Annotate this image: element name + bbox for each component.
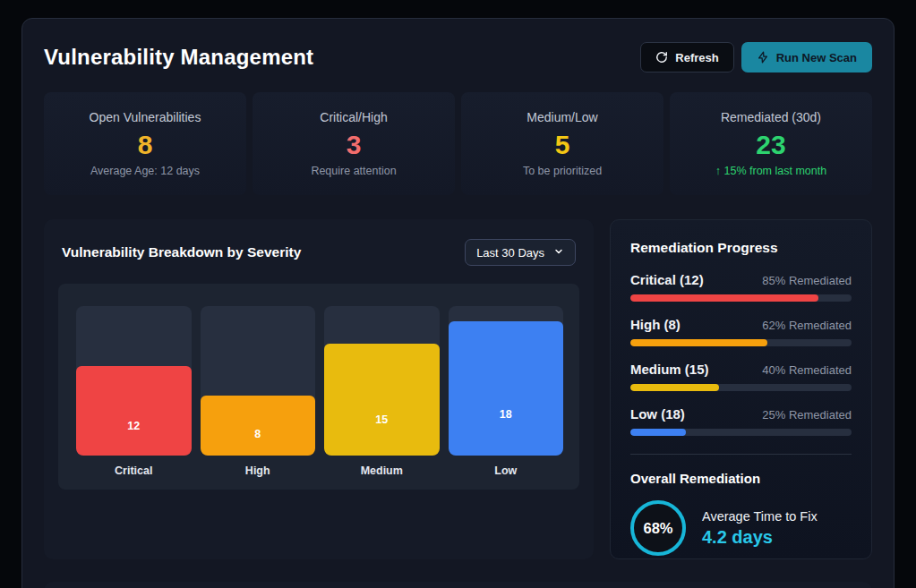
bar-fill-low: 18 (449, 321, 564, 456)
progress-status: 62% Remediated (762, 319, 852, 332)
stat-label: Remediated (30d) (721, 110, 821, 124)
page-title: Vulnerability Management (44, 45, 313, 70)
stat-value: 3 (347, 130, 362, 159)
stat-subtext: Require attention (311, 165, 396, 177)
progress-track (630, 294, 852, 302)
progress-track (630, 384, 852, 391)
progress-label: Critical (12) (630, 272, 704, 287)
progress-item-medium: Medium (15) 40% Remediated (630, 362, 852, 391)
stat-label: Open Vulnerabilities (90, 110, 201, 124)
progress-fill-high (630, 339, 767, 346)
bar-fill-critical: 12 (76, 366, 192, 456)
time-range-value: Last 30 Days (476, 246, 544, 260)
progress-status: 40% Remediated (762, 363, 852, 377)
stat-label: Medium/Low (526, 110, 597, 124)
stat-subtext: Average Age: 12 days (90, 165, 200, 177)
bar-track: 12 (76, 306, 192, 456)
progress-fill-medium (630, 384, 719, 391)
next-section-card-partial (44, 582, 872, 588)
run-new-scan-label: Run New Scan (776, 51, 857, 64)
progress-track (630, 339, 852, 346)
bar-value: 18 (449, 408, 564, 421)
overall-remediation-row: 68% Average Time to Fix 4.2 days (630, 500, 852, 556)
stat-label: Critical/High (320, 110, 387, 124)
header-actions: Refresh Run New Scan (640, 42, 872, 72)
progress-head: Critical (12) 85% Remediated (630, 272, 852, 287)
bar-high: 8 High (201, 306, 316, 479)
chevron-down-icon (553, 246, 564, 260)
progress-label: High (8) (630, 317, 681, 332)
progress-head: Medium (15) 40% Remediated (630, 362, 852, 377)
bar-track: 18 (449, 306, 564, 456)
progress-head: Low (18) 25% Remediated (630, 406, 852, 422)
overall-remediation-title: Overall Remediation (630, 471, 852, 486)
bar-category-label: Low (449, 456, 564, 479)
remediation-title: Remediation Progress (630, 240, 852, 256)
stats-row: Open Vulnerabilities 8 Average Age: 12 d… (44, 92, 872, 195)
stat-subtext: ↑ 15% from last month (715, 165, 826, 177)
remediation-progress-card: Remediation Progress Critical (12) 85% R… (610, 219, 872, 559)
progress-status: 25% Remediated (762, 408, 852, 422)
avg-time-label: Average Time to Fix (702, 509, 818, 524)
overall-percent-ring: 68% (630, 500, 686, 556)
severity-breakdown-card: Vulnerability Breakdown by Severity Last… (44, 219, 594, 559)
bar-value: 12 (76, 420, 192, 432)
bar-value: 8 (201, 428, 316, 440)
stat-card-critical-high: Critical/High 3 Require attention (253, 92, 455, 195)
bar-category-label: High (201, 456, 316, 479)
bar-category-label: Critical (76, 456, 192, 479)
progress-fill-low (630, 429, 686, 436)
stat-card-remediated: Remediated (30d) 23 ↑ 15% from last mont… (670, 92, 872, 195)
progress-item-critical: Critical (12) 85% Remediated (630, 272, 852, 302)
chart-title: Vulnerability Breakdown by Severity (62, 244, 301, 260)
progress-label: Medium (15) (630, 362, 709, 377)
bar-critical: 12 Critical (76, 306, 192, 479)
chart-card-header: Vulnerability Breakdown by Severity Last… (58, 239, 579, 266)
progress-label: Low (18) (630, 406, 685, 422)
bar-low: 18 Low (449, 306, 564, 479)
progress-status: 85% Remediated (762, 274, 852, 287)
stat-value: 23 (756, 130, 785, 159)
vulnerability-management-panel: Vulnerability Management Refresh Run New… (21, 18, 895, 588)
bars-row: 12 Critical 8 High (76, 306, 563, 479)
stat-card-medium-low: Medium/Low 5 To be prioritized (461, 92, 663, 195)
bar-fill-high: 8 (201, 396, 316, 456)
bar-chart: 12 Critical 8 High (58, 284, 579, 490)
progress-head: High (8) 62% Remediated (630, 317, 852, 332)
progress-item-high: High (8) 62% Remediated (630, 317, 852, 346)
panel-header: Vulnerability Management Refresh Run New… (44, 42, 872, 72)
bar-track: 15 (324, 306, 440, 456)
bar-fill-medium: 15 (324, 344, 440, 456)
progress-track (630, 429, 852, 436)
refresh-button-label: Refresh (675, 51, 718, 64)
refresh-icon (655, 51, 668, 64)
overall-info: Average Time to Fix 4.2 days (702, 509, 818, 548)
progress-item-low: Low (18) 25% Remediated (630, 406, 852, 436)
stat-card-open-vulnerabilities: Open Vulnerabilities 8 Average Age: 12 d… (44, 92, 246, 195)
content-row: Vulnerability Breakdown by Severity Last… (44, 219, 872, 559)
stat-subtext: To be prioritized (523, 165, 602, 177)
stat-value: 8 (138, 130, 153, 159)
stat-value: 5 (555, 130, 570, 159)
bar-medium: 15 Medium (324, 306, 440, 479)
bar-category-label: Medium (324, 456, 440, 479)
avg-time-value: 4.2 days (702, 527, 818, 548)
bar-track: 8 (201, 306, 316, 456)
progress-fill-critical (630, 294, 818, 302)
lightning-bolt-icon (757, 51, 769, 64)
time-range-dropdown[interactable]: Last 30 Days (465, 239, 576, 266)
divider (630, 454, 852, 455)
bar-value: 15 (324, 413, 440, 426)
refresh-button[interactable]: Refresh (640, 42, 733, 72)
run-new-scan-button[interactable]: Run New Scan (741, 42, 872, 72)
